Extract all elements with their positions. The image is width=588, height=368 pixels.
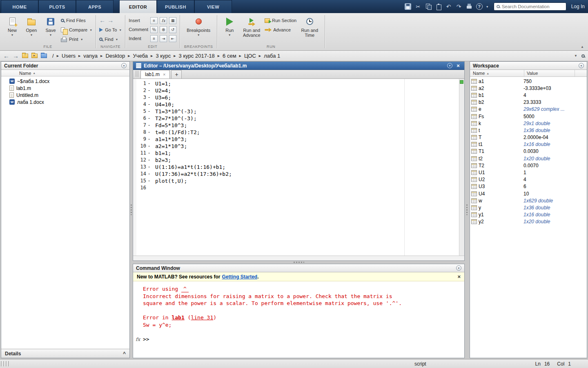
ribbon-tab[interactable]: APPS (76, 0, 114, 13)
folder-up-icon[interactable] (22, 54, 28, 58)
editor-tab-lab1[interactable]: lab1.m × (140, 70, 170, 79)
login-button[interactable]: Log In (571, 4, 585, 9)
workspace-variable-row[interactable]: U1 1 (470, 169, 587, 176)
new-button[interactable]: New ▼ (3, 15, 21, 36)
file-row[interactable]: Untitled.m (1, 92, 129, 99)
run-button[interactable]: Run ▼ (220, 15, 238, 36)
workspace-variable-row[interactable]: e 29x629 complex ... (470, 106, 587, 113)
workspace-name-column-header[interactable]: Name ▲ (470, 70, 524, 76)
panel-menu-button[interactable]: ▼ (121, 63, 127, 68)
breadcrumb-segment[interactable]: Учеба▶ (133, 53, 156, 59)
address-history-chevron-icon[interactable]: ▼ (574, 54, 577, 58)
breadcrumb-segment[interactable]: лаба 1▶ (263, 53, 281, 59)
workspace-variable-row[interactable]: t 1x36 double (470, 127, 587, 134)
workspace-variable-row[interactable]: y 1x36 double (470, 204, 587, 211)
workspace-variable-row[interactable]: t1 1x16 double (470, 141, 587, 148)
print-icon[interactable] (466, 3, 472, 10)
editor-menu-button[interactable]: ▼ (447, 63, 452, 68)
center-splitter[interactable] (133, 261, 465, 264)
file-row[interactable]: лаба 1.docx (1, 99, 129, 105)
banner-close-button[interactable]: × (457, 274, 461, 280)
new-tab-button[interactable]: + (171, 70, 182, 79)
uncomment-icon[interactable] (160, 26, 167, 33)
undo-icon[interactable] (445, 3, 452, 10)
error-line-link[interactable]: line 31 (191, 314, 213, 321)
breadcrumb-segment[interactable]: /▶ (52, 53, 61, 59)
ribbon-tab[interactable]: PUBLISH (157, 0, 194, 13)
tab-grip[interactable] (136, 71, 138, 77)
workspace-variable-row[interactable]: a1 750 (470, 78, 587, 85)
workspace-variable-row[interactable]: T1 0.0030 (470, 148, 587, 155)
workspace-variable-row[interactable]: k 29x1 double (470, 120, 587, 127)
panel-menu-button[interactable]: ▼ (456, 265, 461, 271)
go-to-button[interactable]: Go To ▼ (99, 26, 122, 34)
workspace-variable-row[interactable]: b1 4 (470, 92, 587, 99)
file-row[interactable]: lab1.m (1, 85, 129, 92)
breadcrumb-segment[interactable]: Users▶ (61, 53, 83, 59)
ribbon-collapse-button[interactable]: ▲ (581, 45, 584, 49)
breadcrumb-segment[interactable]: 3 курс▶ (155, 53, 178, 59)
open-button[interactable]: Open ▼ (22, 15, 40, 36)
forward-arrow-icon[interactable]: → (107, 18, 114, 23)
workspace-variable-row[interactable]: a2 -3.3333e+03 (470, 85, 587, 92)
cut-icon[interactable] (415, 3, 421, 10)
indent-right-icon[interactable] (160, 35, 167, 42)
insert-block-icon[interactable] (169, 17, 176, 24)
compare-button[interactable]: Compare ▼ (61, 26, 92, 34)
comment-button[interactable]: % (150, 26, 158, 33)
left-splitter[interactable] (130, 61, 133, 358)
toolbar-overflow-chevron-icon[interactable]: ▼ (486, 5, 489, 8)
error-caret-link[interactable]: ^ (181, 286, 189, 292)
breakpoints-button[interactable]: Breakpoints ▼ (183, 15, 214, 36)
workspace-variable-row[interactable]: t2 1x20 double (470, 155, 587, 162)
run-and-advance-button[interactable]: Run and Advance (240, 15, 263, 38)
workspace-variable-row[interactable]: y2 1x20 double (470, 218, 587, 225)
ribbon-tab[interactable]: EDITOR (119, 0, 157, 13)
workspace-variable-row[interactable]: b2 23.3333 (470, 99, 587, 106)
find-files-button[interactable]: Find Files (61, 16, 92, 25)
redo-icon[interactable] (456, 3, 462, 10)
indent-left-icon[interactable] (169, 35, 176, 42)
workspace-variable-row[interactable]: T 2.0000e-04 (470, 134, 587, 141)
help-icon[interactable] (476, 3, 483, 10)
back-arrow-icon[interactable]: ← (99, 18, 105, 23)
error-file-link[interactable]: lab1 (172, 314, 184, 321)
workspace-variable-row[interactable]: U4 10 (470, 190, 587, 197)
code-editor[interactable]: 1 - U1=1; 2 - U2=4; (136, 79, 459, 256)
ribbon-tab[interactable]: HOME (1, 0, 38, 13)
smart-indent-icon[interactable] (150, 35, 158, 42)
getting-started-link[interactable]: Getting Started (222, 274, 257, 280)
name-column-header[interactable]: Name ▲ (1, 70, 129, 76)
search-documentation-input[interactable] (502, 4, 565, 9)
copy-icon[interactable] (425, 3, 432, 10)
workspace-variable-row[interactable]: U2 4 (470, 176, 587, 183)
message-indicator-bar[interactable] (459, 79, 464, 256)
breadcrumb-segment[interactable]: ЦОС▶ (244, 53, 263, 59)
current-folder-icon[interactable] (41, 54, 47, 58)
forward-arrow-icon[interactable]: → (13, 52, 19, 59)
details-bar[interactable]: Details ^ (1, 349, 129, 358)
workspace-value-column-header[interactable]: Value (524, 70, 575, 76)
print-button[interactable]: Print ▼ (61, 35, 92, 43)
wrap-comments-icon[interactable] (169, 26, 176, 33)
workspace-variable-row[interactable]: Fs 5000 (470, 113, 587, 120)
workspace-variable-row[interactable]: w 1x629 double (470, 197, 587, 204)
horizontal-scrollbar[interactable] (133, 256, 464, 260)
tab-close-icon[interactable]: × (163, 72, 165, 77)
breadcrumb-segment[interactable]: vanya▶ (83, 53, 105, 59)
search-documentation-box[interactable] (494, 2, 566, 11)
breadcrumb-segment[interactable]: 3 курс 2017-18▶ (178, 53, 222, 59)
workspace-variable-row[interactable]: T2 0.0070 (470, 162, 587, 169)
insert-function-button[interactable]: fx (160, 17, 167, 24)
right-splitter[interactable] (466, 61, 468, 358)
run-section-button[interactable]: Run Section (265, 16, 296, 25)
ribbon-tab[interactable]: VIEW (194, 0, 232, 13)
run-and-time-button[interactable]: Run and Time (298, 15, 321, 38)
paste-icon[interactable] (435, 3, 442, 10)
save-button[interactable]: Save ▼ (42, 15, 60, 36)
resize-grip[interactable] (1, 361, 11, 366)
find-button[interactable]: Find ▼ (99, 35, 122, 43)
back-arrow-icon[interactable]: ← (3, 52, 9, 59)
advance-button[interactable]: Advance (265, 26, 296, 34)
ribbon-tab[interactable]: PLOTS (38, 0, 76, 13)
